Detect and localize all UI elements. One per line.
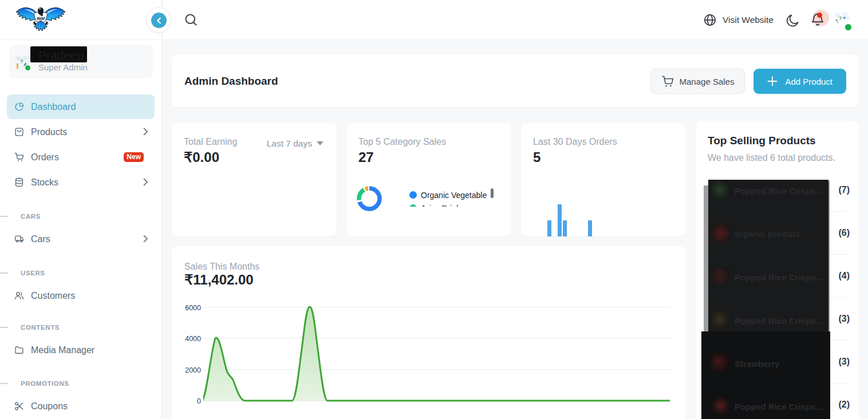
svg-text:?: ? [20, 58, 23, 64]
svg-text:?: ? [839, 15, 842, 21]
